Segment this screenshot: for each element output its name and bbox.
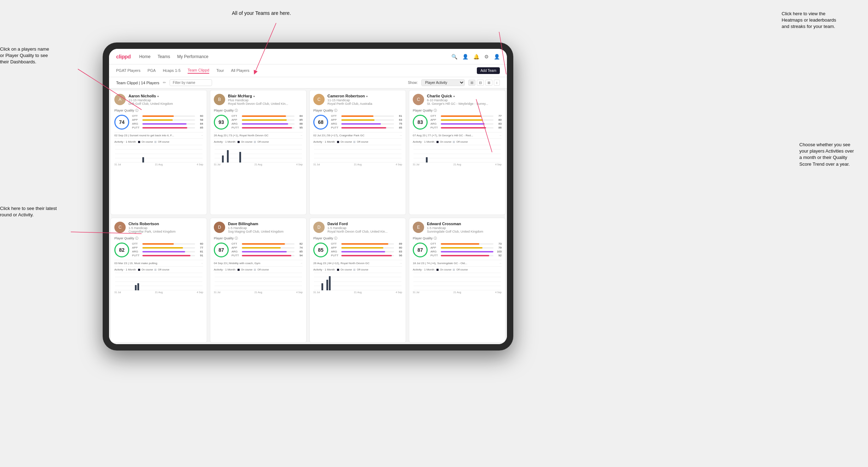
stat-bar [142,243,174,245]
activity-legend: On course Off course [138,141,169,143]
subnav-pga[interactable]: PGA [148,68,156,73]
quality-content[interactable]: 68 OTT 61 APP 63 ARG [313,114,402,130]
player-name[interactable]: Cameron Robertson ● [327,94,402,98]
player-card[interactable]: D David Ford 1-5 Handicap Royal North De… [309,218,406,343]
activity-chart [214,145,303,163]
score-circle[interactable]: 93 [214,115,229,130]
player-name[interactable]: Dave Billingham [228,222,303,226]
chart-bar-empty [423,290,425,290]
show-select[interactable]: Player Activity Quality Score Trend [421,79,465,86]
quality-content[interactable]: 93 OTT 84 APP 85 ARG [214,114,303,130]
stat-name: ARG [232,122,241,125]
stat-row-app: APP 79 [430,246,502,249]
recent-round[interactable]: 03 Mar 23 | 19, Must make putting → [114,260,203,265]
player-name[interactable]: Charlie Quick ● [427,94,502,98]
player-card[interactable]: B Blair McHarg ● Plus Handicap Royal Nor… [210,90,307,215]
recent-round[interactable]: 18 Jul 23 | 74 (+4), Sunningdale GC - Ol… [413,260,502,265]
date-start: 31 Jul [413,291,419,294]
on-course-label: On course [241,268,252,271]
stat-row-putt: PUTT 92 [430,254,502,257]
date-mid: 21 Aug [255,163,262,166]
stat-name: APP [430,246,440,249]
recent-round[interactable]: 26 Aug 23 | 84 (+12), Royal North Devon … [313,260,402,265]
chart-dates: 31 Jul 21 Aug 4 Sep [214,163,303,166]
chart-bar-empty [438,290,440,290]
settings-icon[interactable]: ⚙ [484,54,489,59]
on-course-label: On course [142,268,153,271]
player-name[interactable]: Aaron Nicholls ● [129,94,203,98]
stat-row-ott: OTT 82 [232,242,303,245]
recent-round[interactable]: 02 Jul 23 | 59 (+17), Craigmillar Park G… [313,132,402,137]
player-card[interactable]: C Charlie Quick ● 6-10 Handicap St. Geor… [409,90,506,215]
quality-content[interactable]: 85 OTT 89 APP 80 ARG [313,242,402,258]
recent-round[interactable]: 02 Sep 23 | Sunset round to get back int… [114,132,203,137]
activity-chart [413,273,502,290]
nav-teams[interactable]: Teams [158,54,170,59]
sort-button[interactable]: ↕ [494,80,500,86]
player-card[interactable]: A Aaron Nicholls ● 11-15 Handicap Drift … [110,90,207,215]
account-icon[interactable]: 👤 [494,54,500,59]
stat-name: APP [132,118,141,121]
stat-row-ott: OTT 73 [430,242,502,245]
search-input[interactable] [170,79,212,86]
subnav-all-players[interactable]: All Players [231,68,250,73]
recent-round[interactable]: 07 Aug 23 | 77 (+7), St George's Hill GC… [413,132,502,137]
off-course-label: Off course [158,268,169,271]
score-circle[interactable]: 85 [313,243,328,257]
activity-chart [214,273,303,290]
player-name[interactable]: David Ford [327,222,402,226]
subnav-team-clippd[interactable]: Team Clippd [188,68,209,74]
score-circle[interactable]: 74 [114,115,129,130]
nav-home[interactable]: Home [139,54,150,59]
chart-bar-empty [423,162,425,163]
player-card[interactable]: E Edward Crossman 1-5 Handicap Sunningda… [409,218,506,343]
chart-bars [215,145,302,163]
quality-content[interactable]: 83 OTT 77 APP 80 ARG [413,114,502,130]
list-view-button[interactable]: ⊟ [477,80,484,86]
subnav-pgat[interactable]: PGAT Players [116,68,141,73]
stat-name: ARG [331,250,340,253]
stat-value: 81 [196,250,203,253]
quality-content[interactable]: 87 OTT 82 APP 74 ARG [214,242,303,258]
nav-my-performance[interactable]: My Performance [177,54,209,59]
quality-content[interactable]: 74 OTT 60 APP 58 ARG [114,114,203,130]
score-circle[interactable]: 83 [413,115,428,130]
score-circle[interactable]: 68 [313,115,328,130]
chart-bar-empty [426,290,428,290]
filter-button[interactable]: ⊠ [485,80,492,86]
search-icon[interactable]: 🔍 [451,54,457,59]
player-card[interactable]: C Cameron Robertson ● 11-15 Handicap Roy… [309,90,406,215]
stat-bar-container [142,123,195,125]
stat-bar-container [441,243,493,245]
tablet-frame: clippd Home Teams My Performance 🔍 👤 🔔 ⚙… [103,42,513,351]
edit-icon[interactable]: ✏ [163,80,166,85]
on-course-label: On course [440,268,451,271]
activity-legend: On course Off course [337,268,368,271]
date-end: 4 Sep [197,163,203,166]
bell-icon[interactable]: 🔔 [473,54,479,59]
player-card[interactable]: D Dave Billingham 1-5 Handicap Sog Magin… [210,218,307,343]
player-name[interactable]: Edward Crossman [427,222,502,226]
player-card[interactable]: C Chris Robertson 1-5 Handicap Craigmill… [110,218,207,343]
user-icon[interactable]: 👤 [462,54,468,59]
player-name[interactable]: Blair McHarg ● [228,94,303,98]
activity-header: Activity · 1 Month On course Off course [214,268,303,271]
grid-view-button[interactable]: ⊞ [468,80,475,86]
recent-round[interactable]: 04 Sep 23 | Mobility with coach, Gym → [214,260,303,265]
player-name[interactable]: Chris Robertson [129,222,203,226]
subnav-hcaps[interactable]: Hcaps 1-5 [163,68,181,73]
quality-section: Player Quality ⓘ 85 OTT 89 APP 80 [313,236,402,258]
quality-content[interactable]: 82 OTT 60 APP 77 ARG [114,242,203,258]
score-circle[interactable]: 87 [413,243,428,257]
stat-bar-container [341,119,394,121]
recent-round[interactable]: 26 Aug 23 | 73 (+1), Royal North Devon G… [214,132,303,137]
player-handicap: 1-5 Handicap [427,226,502,230]
quality-content[interactable]: 87 OTT 73 APP 79 ARG [413,242,502,258]
subnav-tour[interactable]: Tour [216,68,224,73]
chart-bar-empty [115,162,117,163]
score-circle[interactable]: 87 [214,243,229,257]
chart-bar-empty [441,162,442,163]
add-team-button[interactable]: Add Team [477,67,500,74]
score-circle[interactable]: 82 [114,243,129,257]
chart-bar-empty [215,290,216,290]
